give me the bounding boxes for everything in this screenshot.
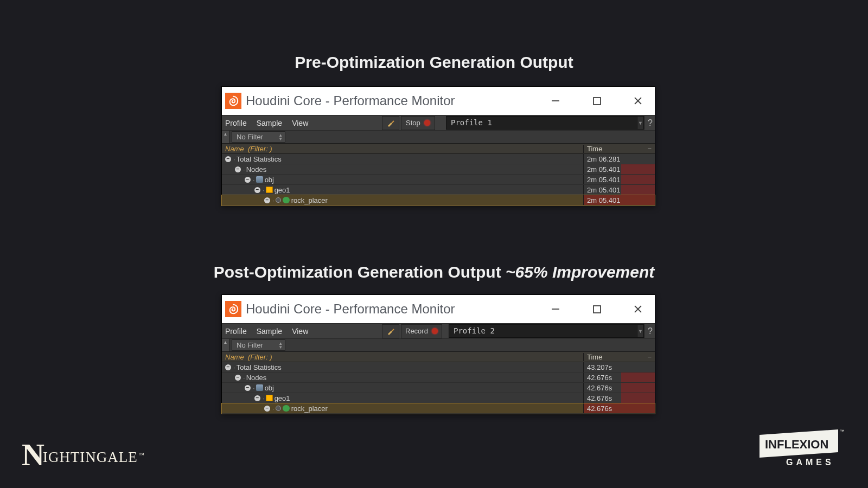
profile-dropdown-icon[interactable]: ▼	[637, 116, 644, 130]
rows-post: −·Total Statistics43.207s−·Nodes42.676s−…	[222, 362, 655, 414]
title-post-emph: ~65% Improvement	[506, 263, 654, 281]
profile-dropdown-icon[interactable]: ▼	[637, 324, 644, 338]
clear-icon[interactable]	[382, 324, 399, 338]
perf-monitor-window-pre: Houdini Core - Performance Monitor Profi…	[221, 86, 655, 206]
row-time: 2m 05.401	[587, 186, 620, 194]
collapse-icon[interactable]: −	[647, 145, 652, 153]
help-icon[interactable]: ?	[644, 324, 655, 338]
expand-toggle-icon[interactable]: −	[235, 166, 241, 172]
filter-label: No Filter	[237, 133, 263, 141]
row-time: 2m 05.401	[587, 196, 620, 204]
table-row[interactable]: −·geo142.676s	[222, 393, 655, 403]
col-name-text: Name	[225, 145, 244, 153]
record-button[interactable]: Record	[401, 324, 442, 338]
menu-profile[interactable]: Profile	[225, 119, 247, 127]
column-name[interactable]: Name (Filter: )	[222, 353, 583, 361]
row-label: geo1	[275, 394, 290, 402]
houdini-icon	[225, 301, 241, 317]
menu-view[interactable]: View	[292, 119, 308, 127]
row-label: rock_placer	[291, 404, 328, 413]
stop-button[interactable]: Stop	[401, 116, 435, 130]
row-time: 42.676s	[587, 384, 612, 392]
title-pre: Pre-Optimization Generation Output	[0, 53, 868, 72]
minimize-button[interactable]	[543, 90, 568, 112]
column-time[interactable]: Time −	[583, 145, 655, 153]
titlebar[interactable]: Houdini Core - Performance Monitor	[222, 87, 655, 115]
perf-monitor-window-post: Houdini Core - Performance Monitor Profi…	[221, 294, 655, 414]
table-header: Name (Filter: ) Time −	[222, 143, 655, 154]
maximize-button[interactable]	[584, 90, 609, 112]
maximize-button[interactable]	[584, 298, 609, 320]
row-label: Nodes	[246, 374, 267, 382]
col-name-text: Name	[225, 353, 244, 361]
expand-toggle-icon[interactable]: −	[245, 177, 251, 183]
expand-toggle-icon[interactable]: −	[225, 156, 231, 162]
svg-text:™: ™	[840, 429, 844, 434]
expand-toggle-icon[interactable]: −	[235, 375, 241, 381]
table-row[interactable]: −·Total Statistics2m 06.281	[222, 154, 655, 164]
spinner-icon[interactable]: ▲▼	[278, 342, 283, 349]
svg-rect-6	[593, 306, 601, 313]
menu-sample[interactable]: Sample	[257, 119, 282, 127]
nightingale-logo: Nightingale™	[22, 436, 145, 473]
row-time: 2m 06.281	[587, 155, 620, 163]
panel-handle-icon[interactable]: ▲	[222, 131, 229, 143]
expand-toggle-icon[interactable]: −	[264, 197, 270, 203]
expand-toggle-icon[interactable]: −	[254, 187, 260, 193]
expand-toggle-icon[interactable]: −	[254, 395, 260, 401]
table-row[interactable]: −·rock_placer42.676s	[222, 403, 655, 414]
row-time: 43.207s	[587, 363, 612, 371]
profile-name-field[interactable]: Profile 1	[446, 116, 639, 130]
column-name[interactable]: Name (Filter: )	[222, 145, 583, 153]
col-time-text: Time	[587, 353, 602, 361]
filter-bar: ▲ No Filter ▲▼	[222, 130, 655, 143]
minimize-button[interactable]	[543, 298, 568, 320]
menubar: Profile Sample View Stop Profile 1 ▼ ?	[222, 115, 655, 130]
close-button[interactable]	[626, 298, 650, 320]
svg-line-4	[392, 121, 394, 123]
help-icon[interactable]: ?	[644, 116, 655, 130]
menubar: Profile Sample View Record Profile 2 ▼ ?	[222, 323, 655, 338]
row-label: Total Statistics	[237, 363, 282, 371]
spinner-icon[interactable]: ▲▼	[278, 133, 283, 141]
stop-label: Stop	[406, 119, 420, 127]
row-time: 42.676s	[587, 404, 612, 413]
table-row[interactable]: −·Total Statistics43.207s	[222, 362, 655, 373]
titlebar[interactable]: Houdini Core - Performance Monitor	[222, 295, 655, 323]
profile-name-field[interactable]: Profile 2	[449, 324, 639, 338]
row-label: rock_placer	[291, 196, 328, 204]
svg-rect-1	[593, 98, 601, 105]
menu-profile[interactable]: Profile	[225, 327, 247, 336]
table-row[interactable]: −·Nodes2m 05.401	[222, 164, 655, 175]
expand-toggle-icon[interactable]: −	[225, 364, 231, 370]
col-time-text: Time	[587, 145, 602, 153]
row-label: Nodes	[246, 165, 267, 174]
filter-select[interactable]: No Filter ▲▼	[232, 131, 285, 143]
col-name-filter: (Filter: )	[248, 353, 272, 361]
houdini-icon	[225, 93, 241, 109]
table-row[interactable]: −·rock_placer2m 05.401	[222, 195, 655, 206]
table-row[interactable]: −·obj2m 05.401	[222, 175, 655, 185]
row-label: obj	[265, 176, 274, 184]
expand-toggle-icon[interactable]: −	[264, 406, 270, 412]
filter-select[interactable]: No Filter ▲▼	[232, 339, 285, 351]
filter-label: No Filter	[237, 341, 263, 349]
table-row[interactable]: −·Nodes42.676s	[222, 373, 655, 383]
close-button[interactable]	[626, 90, 650, 112]
logo-text-top: INFLEXION	[765, 438, 828, 451]
table-row[interactable]: −·obj42.676s	[222, 383, 655, 393]
menu-sample[interactable]: Sample	[257, 327, 282, 336]
table-row[interactable]: −·geo12m 05.401	[222, 185, 655, 195]
panel-handle-icon[interactable]: ▲	[222, 339, 229, 351]
collapse-icon[interactable]: −	[647, 353, 652, 361]
expand-toggle-icon[interactable]: −	[245, 385, 251, 391]
menu-view[interactable]: View	[292, 327, 308, 336]
record-label: Record	[405, 327, 428, 335]
column-time[interactable]: Time −	[583, 353, 655, 361]
table-header: Name (Filter: ) Time −	[222, 351, 655, 362]
row-time: 2m 05.401	[587, 176, 620, 184]
record-indicator-icon	[424, 120, 430, 126]
logo-text-bottom: GAMES	[786, 458, 834, 467]
row-time: 2m 05.401	[587, 165, 620, 174]
clear-icon[interactable]	[382, 116, 399, 130]
